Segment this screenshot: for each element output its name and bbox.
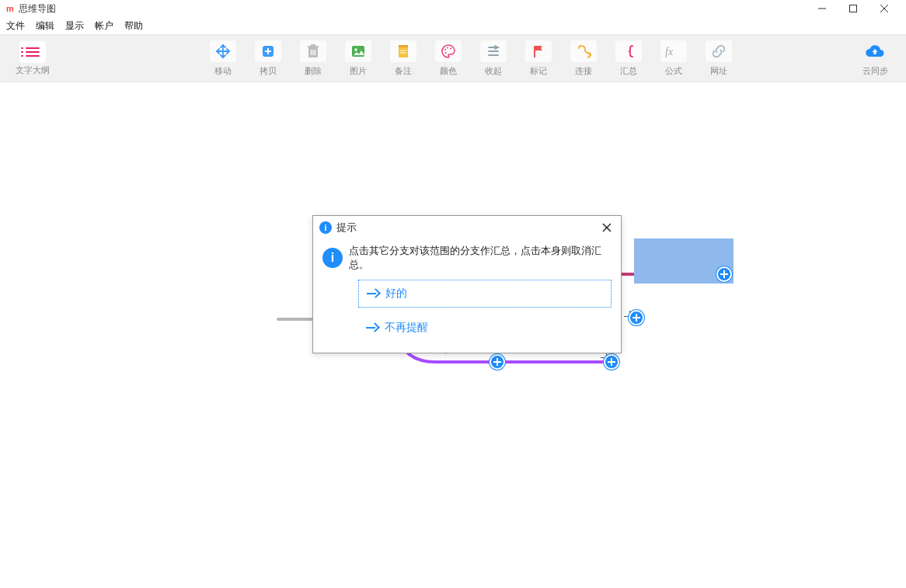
- outline-label: 文字大纲: [16, 64, 50, 76]
- toolbar-move-button[interactable]: 移动: [204, 39, 242, 78]
- toolbar-label: 连接: [575, 65, 592, 77]
- toolbar-label: 备注: [395, 65, 412, 77]
- window-controls: [807, 0, 900, 17]
- toolbar-fx-button[interactable]: fx公式: [654, 39, 693, 78]
- toolbar-delete-button[interactable]: 删除: [294, 39, 333, 78]
- note-icon: [390, 40, 416, 62]
- flag-icon: [525, 40, 552, 62]
- toolbar: 文字大纲 移动拷贝删除图片备注颜色收起标记连接汇总fx公式网址 云同步: [0, 34, 906, 82]
- summary-tip-dialog: i 提示 i 点击其它分支对该范围的分支作汇总，点击本身则取消汇总。 好的 不再…: [312, 215, 622, 353]
- dialog-message: 点击其它分支对该范围的分支作汇总，点击本身则取消汇总。: [349, 244, 612, 272]
- toolbar-label: 公式: [665, 65, 682, 77]
- svg-rect-18: [399, 45, 408, 47]
- delete-icon: [300, 40, 326, 62]
- svg-point-21: [444, 49, 446, 50]
- mindmap-canvas[interactable]: 1第一步 XXX i 提示 i 点击其它分支对该范围的分支作汇总，点击本身则取消…: [0, 82, 906, 588]
- menu-account[interactable]: 帐户: [95, 19, 113, 33]
- toolbar-link-button[interactable]: 连接: [564, 39, 603, 78]
- add-node-button[interactable]: [604, 354, 619, 370]
- add-node-button[interactable]: [629, 310, 644, 325]
- cloud-sync-label: 云同步: [862, 65, 888, 77]
- menubar: 文件 编辑 显示 帐户 帮助: [0, 17, 906, 34]
- toolbar-label: 图片: [350, 65, 367, 77]
- toolbar-label: 拷贝: [260, 65, 277, 77]
- dialog-ok-button[interactable]: 好的: [358, 280, 612, 308]
- window-title: 思维导图: [19, 2, 807, 16]
- menu-file[interactable]: 文件: [6, 19, 25, 33]
- menu-help[interactable]: 帮助: [124, 19, 143, 33]
- toolbar-collapse-button[interactable]: 收起: [474, 39, 513, 78]
- dialog-dont-remind-button[interactable]: 不再提醒: [358, 314, 612, 342]
- close-button[interactable]: [869, 0, 900, 17]
- dialog-header: i 提示: [313, 216, 621, 239]
- toolbar-url-button[interactable]: 网址: [699, 39, 738, 78]
- info-icon: i: [319, 221, 332, 234]
- svg-point-16: [354, 48, 357, 51]
- move-icon: [210, 40, 236, 62]
- palette-icon: [435, 40, 462, 62]
- svg-rect-10: [308, 46, 319, 47]
- add-node-button[interactable]: [490, 354, 505, 370]
- toolbar-flag-button[interactable]: 标记: [519, 39, 558, 78]
- toolbar-image-button[interactable]: 图片: [339, 39, 378, 78]
- toolbar-label: 颜色: [440, 65, 457, 77]
- dialog-dont-remind-label: 不再提醒: [385, 321, 428, 335]
- link-icon: [570, 40, 597, 62]
- dialog-title: 提示: [336, 221, 599, 235]
- svg-point-22: [447, 47, 448, 48]
- toolbar-note-button[interactable]: 备注: [384, 39, 423, 78]
- menu-edit[interactable]: 编辑: [36, 19, 54, 33]
- toolbar-label: 删除: [305, 65, 322, 77]
- toolbar-label: 汇总: [620, 65, 637, 77]
- toolbar-brace-button[interactable]: 汇总: [609, 39, 648, 78]
- menu-view[interactable]: 显示: [65, 19, 84, 33]
- svg-point-24: [445, 52, 447, 54]
- dialog-close-button[interactable]: [599, 220, 615, 235]
- svg-text:fx: fx: [665, 46, 674, 57]
- add-node-button[interactable]: [716, 266, 732, 282]
- copy-icon: [255, 40, 281, 62]
- fx-icon: fx: [660, 40, 687, 62]
- toolbar-copy-button[interactable]: 拷贝: [249, 39, 287, 78]
- maximize-button[interactable]: [838, 0, 869, 17]
- arrow-right-icon: [367, 287, 379, 300]
- toolbar-label: 网址: [710, 65, 727, 77]
- svg-rect-1: [850, 5, 857, 12]
- cloud-sync-button[interactable]: 云同步: [853, 39, 897, 78]
- collapse-icon: [480, 40, 507, 62]
- arrow-right-icon: [366, 322, 378, 334]
- app-icon: m: [6, 4, 14, 13]
- url-icon: [706, 40, 732, 62]
- svg-point-23: [450, 47, 451, 49]
- minimize-button[interactable]: [807, 0, 838, 17]
- image-icon: [345, 40, 371, 62]
- outline-icon: [19, 41, 46, 63]
- svg-rect-11: [311, 44, 315, 46]
- toolbar-label: 移动: [214, 65, 232, 77]
- cloud-icon: [862, 40, 888, 62]
- toolbar-label: 收起: [485, 65, 502, 77]
- brace-icon: [615, 40, 642, 62]
- toolbar-palette-button[interactable]: 颜色: [429, 39, 468, 78]
- dialog-ok-label: 好的: [385, 287, 407, 301]
- info-icon: i: [322, 248, 343, 268]
- window-titlebar: m 思维导图: [0, 0, 906, 17]
- outline-button[interactable]: 文字大纲: [9, 41, 56, 76]
- toolbar-label: 标记: [530, 65, 547, 77]
